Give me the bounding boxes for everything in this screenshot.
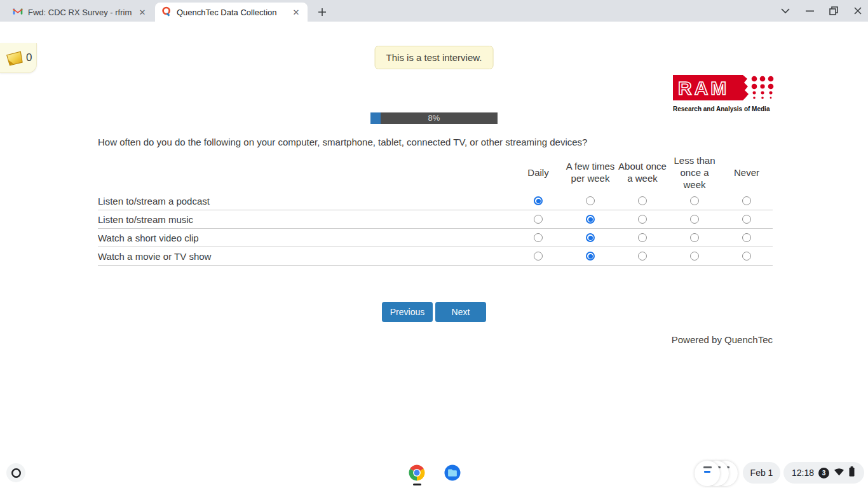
- chrome-active-indicator: [413, 484, 421, 485]
- question-text: How often do you do the following on you…: [98, 137, 587, 147]
- ram-logo-mark: RAM: [673, 74, 775, 102]
- radio-button[interactable]: [690, 215, 699, 224]
- ram-tagline: Research and Analysis of Media: [673, 105, 775, 112]
- radio-button[interactable]: [534, 196, 543, 205]
- table-row: Watch a movie or TV show: [98, 247, 773, 266]
- radio-button[interactable]: [638, 252, 647, 261]
- clock: 12:18: [792, 468, 814, 478]
- new-tab-button[interactable]: [315, 5, 329, 19]
- radio-button[interactable]: [638, 215, 647, 224]
- svg-text:RAM: RAM: [678, 78, 729, 98]
- files-app-icon[interactable]: [443, 463, 462, 482]
- battery-icon: [849, 466, 855, 479]
- radio-button[interactable]: [742, 252, 751, 261]
- window-controls: [780, 0, 863, 22]
- radio-button[interactable]: [586, 252, 595, 261]
- column-header: About once a week: [616, 160, 668, 184]
- notes-count: 0: [26, 51, 32, 64]
- tab-strip: Fwd: CDC RX Survey - rfrimpong ✕ QuenchT…: [0, 0, 868, 22]
- minimize-icon[interactable]: [804, 6, 815, 16]
- progress-label: 8%: [370, 112, 498, 124]
- table-row: Listen to/stream a podcast: [98, 192, 773, 210]
- launcher-button[interactable]: [6, 463, 25, 482]
- radio-button[interactable]: [690, 252, 699, 261]
- notification-count-badge: 3: [818, 468, 829, 478]
- radio-button[interactable]: [534, 215, 543, 224]
- column-header: A few times per week: [564, 160, 616, 184]
- launcher-icon: [11, 468, 22, 478]
- table-row: Listen to/stream music: [98, 210, 773, 229]
- radio-button[interactable]: [586, 215, 595, 224]
- date-pill[interactable]: Feb 1: [743, 462, 780, 484]
- shelf: Feb 1 12:18 3: [0, 455, 868, 488]
- next-button[interactable]: Next: [435, 302, 486, 322]
- chrome-app-icon[interactable]: [407, 463, 426, 482]
- matrix-header: Daily A few times per week About once a …: [98, 152, 773, 192]
- radio-button[interactable]: [534, 233, 543, 242]
- chevron-down-icon[interactable]: [780, 6, 790, 16]
- radio-button[interactable]: [690, 233, 699, 242]
- column-header: Less than once a week: [668, 154, 721, 191]
- radio-button[interactable]: [534, 252, 543, 261]
- notes-widget[interactable]: 0: [0, 43, 37, 73]
- tab-title: Fwd: CDC RX Survey - rfrimpong: [28, 8, 132, 17]
- restore-icon[interactable]: [829, 6, 839, 16]
- radio-button[interactable]: [742, 196, 751, 205]
- browser-toolbar: survey.quenchtec.net/c?testmode=logic&qi…: [0, 22, 868, 43]
- tab-close-icon[interactable]: ✕: [137, 7, 147, 17]
- row-label: Watch a movie or TV show: [98, 251, 512, 262]
- survey-page: 0 This is a test interview. RAM Research…: [0, 43, 868, 455]
- tab-title: QuenchTec Data Collection: [177, 8, 286, 17]
- gmail-icon: [13, 7, 23, 17]
- sticky-note-icon: [4, 50, 24, 67]
- radio-button[interactable]: [586, 196, 595, 205]
- status-tray[interactable]: 12:18 3: [783, 462, 864, 484]
- wifi-icon: [834, 467, 844, 478]
- tab-quenchtec[interactable]: QuenchTec Data Collection ✕: [155, 3, 308, 22]
- radio-button[interactable]: [742, 233, 751, 242]
- progress-bar: 8%: [370, 112, 498, 124]
- ram-logo: RAM Research and Analysis of Media: [673, 74, 775, 112]
- answer-matrix: Daily A few times per week About once a …: [98, 152, 773, 266]
- radio-button[interactable]: [638, 233, 647, 242]
- test-interview-banner: This is a test interview.: [375, 46, 494, 69]
- nav-buttons: Previous Next: [382, 302, 486, 322]
- tab-close-icon[interactable]: ✕: [291, 7, 301, 17]
- tab-gmail[interactable]: Fwd: CDC RX Survey - rfrimpong ✕: [6, 3, 154, 22]
- radio-button[interactable]: [638, 196, 647, 205]
- notification-cluster[interactable]: [695, 461, 738, 486]
- quenchtec-icon: [161, 6, 172, 18]
- row-label: Watch a short video clip: [98, 233, 512, 243]
- column-header: Never: [721, 166, 773, 179]
- radio-button[interactable]: [586, 233, 595, 242]
- column-header: Daily: [512, 166, 564, 179]
- row-label: Listen to/stream music: [98, 214, 512, 225]
- close-icon[interactable]: [853, 6, 863, 16]
- radio-button[interactable]: [742, 215, 751, 224]
- notification-icon: [695, 461, 720, 486]
- table-row: Watch a short video clip: [98, 229, 773, 247]
- row-label: Listen to/stream a podcast: [98, 196, 512, 207]
- screen: Fwd: CDC RX Survey - rfrimpong ✕ QuenchT…: [0, 0, 868, 488]
- powered-by: Powered by QuenchTec: [98, 334, 773, 345]
- date-label: Feb 1: [750, 468, 773, 478]
- radio-button[interactable]: [690, 196, 699, 205]
- previous-button[interactable]: Previous: [382, 302, 433, 322]
